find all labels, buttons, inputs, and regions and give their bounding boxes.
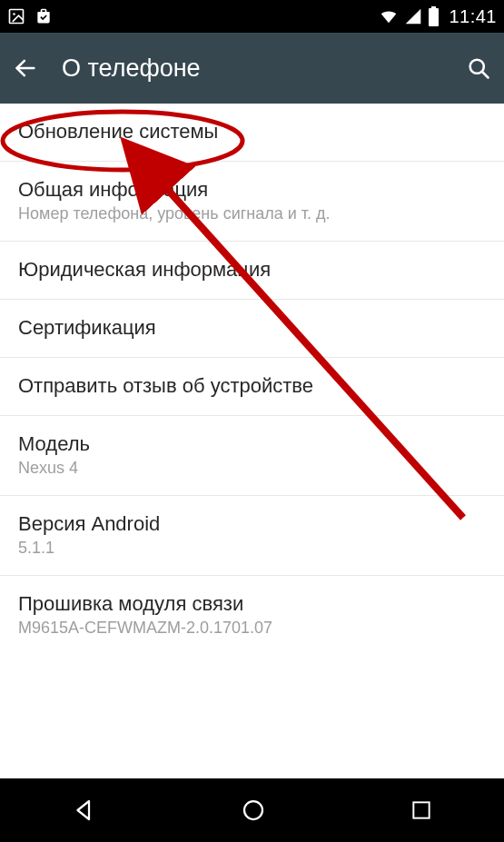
item-title: Общая информация [18,178,486,202]
item-general-info[interactable]: Общая информация Номер телефона, уровень… [0,162,504,242]
picture-icon [7,7,25,25]
svg-rect-12 [413,802,429,817]
back-icon[interactable] [13,55,38,81]
item-title: Отправить отзыв об устройстве [18,374,486,398]
svg-line-6 [482,72,489,78]
settings-list: Обновление системы Общая информация Номе… [0,104,504,655]
item-android-version[interactable]: Версия Android 5.1.1 [0,496,504,576]
item-certification[interactable]: Сертификация [0,300,504,358]
item-send-feedback[interactable]: Отправить отзыв об устройстве [0,358,504,416]
app-bar: О телефоне [0,33,504,104]
svg-rect-3 [431,6,436,9]
item-legal-info[interactable]: Юридическая информация [0,242,504,300]
item-subtitle: 5.1.1 [18,539,486,558]
item-baseband-version[interactable]: Прошивка модуля связи M9615A-CEFWMAZM-2.… [0,576,504,655]
item-title: Модель [18,432,486,456]
item-title: Юридическая информация [18,258,486,282]
page-title: О телефоне [62,54,201,83]
nav-back-icon[interactable] [71,797,98,824]
status-bar: 11:41 [0,0,504,33]
battery-icon [428,6,440,26]
signal-icon [404,7,422,25]
search-icon[interactable] [466,55,491,81]
item-title: Сертификация [18,316,486,340]
item-model[interactable]: Модель Nexus 4 [0,416,504,496]
svg-point-1 [13,13,15,15]
item-subtitle: Номер телефона, уровень сигнала и т. д. [18,204,486,223]
navigation-bar [0,778,504,842]
svg-rect-0 [10,10,24,24]
svg-rect-2 [429,8,439,26]
wifi-icon [379,6,399,26]
nav-recent-icon[interactable] [410,798,433,822]
nav-home-icon[interactable] [240,797,267,824]
item-title: Версия Android [18,512,486,536]
item-system-update[interactable]: Обновление системы [0,104,504,162]
item-title: Обновление системы [18,120,486,144]
status-time: 11:41 [449,6,497,27]
shop-icon [35,7,53,25]
item-subtitle: M9615A-CEFWMAZM-2.0.1701.07 [18,619,486,638]
item-subtitle: Nexus 4 [18,459,486,478]
svg-point-11 [244,801,262,819]
item-title: Прошивка модуля связи [18,592,486,616]
